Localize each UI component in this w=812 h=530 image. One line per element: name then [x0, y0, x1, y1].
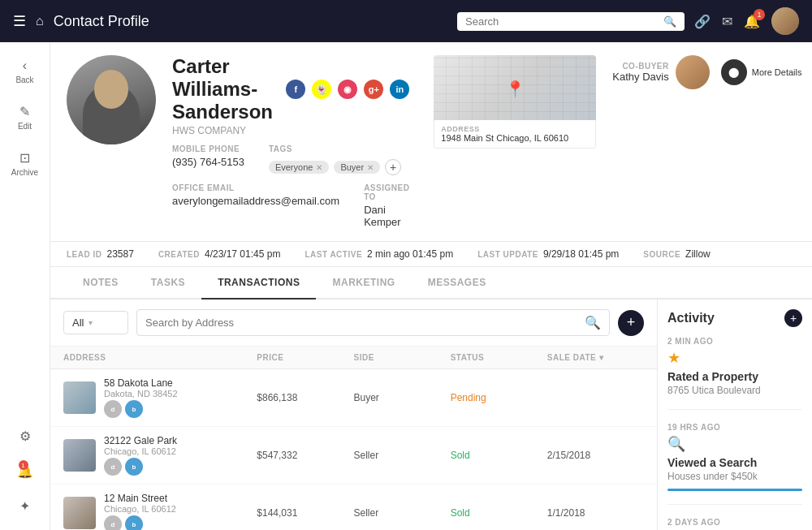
table-row[interactable]: 32122 Gale Park Chicago, IL 60612 d b $5…: [50, 427, 657, 485]
user-avatar[interactable]: [771, 7, 799, 35]
link-icon[interactable]: 🔗: [694, 14, 710, 29]
property-cell: 58 Dakota Lane Dakota, ND 38452 d b: [63, 377, 257, 418]
map-address-box: ADDRESS 1948 Main St Chicago, IL 60610: [434, 120, 596, 149]
tag-buyer-remove[interactable]: ✕: [367, 163, 374, 172]
sidebar-item-edit[interactable]: ✎ Edit: [0, 97, 50, 137]
search-bar[interactable]: 🔍: [457, 12, 685, 31]
tab-marketing[interactable]: MARKETING: [316, 267, 411, 299]
assigned-to-value: Dani Kemper: [364, 204, 409, 228]
property-status: Pending: [451, 392, 547, 403]
lead-id-item: LEAD ID 23587: [67, 248, 134, 260]
table-row[interactable]: 58 Dakota Lane Dakota, ND 38452 d b $866…: [50, 369, 657, 427]
address-search[interactable]: 🔍: [136, 309, 610, 336]
col-price: PRICE: [257, 353, 353, 362]
map-section: 📍 ADDRESS 1948 Main St Chicago, IL 60610: [434, 55, 596, 149]
activity-time: 2 DAYS AGO: [667, 518, 802, 527]
col-status: STATUS: [451, 353, 547, 362]
blue-badge: b: [125, 458, 143, 476]
activity-item: 2 DAYS AGO 💾 Saved a Search: [667, 518, 802, 530]
created-item: CREATED 4/23/17 01:45 pm: [158, 248, 281, 260]
profile-name: Carter Williams-Sanderson: [172, 55, 276, 123]
last-active-label: LAST ACTIVE: [304, 250, 362, 259]
source-label: SOURCE: [643, 250, 680, 259]
tag-everyone-remove[interactable]: ✕: [316, 163, 322, 172]
email-label: OFFICE EMAIL: [172, 183, 339, 192]
linkedin-icon[interactable]: in: [390, 80, 409, 99]
bell-icon[interactable]: 🔔 1: [744, 14, 760, 29]
sidebar-item-settings[interactable]: ⚙: [14, 422, 37, 450]
col-address: ADDRESS: [63, 353, 257, 362]
property-status: Sold: [451, 507, 547, 519]
activity-panel: Activity + 2 MIN AGO ★ Rated a Property …: [658, 299, 812, 530]
tag-buyer-label: Buyer: [340, 162, 364, 172]
add-transaction-button[interactable]: +: [618, 310, 644, 336]
archive-icon: ⊡: [19, 150, 30, 166]
table-body: 58 Dakota Lane Dakota, ND 38452 d b $866…: [50, 369, 657, 530]
tab-messages[interactable]: MESSAGES: [412, 267, 503, 299]
map-address-label: ADDRESS: [441, 125, 589, 133]
property-city: Chicago, IL 60612: [104, 504, 176, 514]
lead-id-label: LEAD ID: [67, 250, 102, 259]
sidebar-item-extra[interactable]: ✦: [14, 492, 37, 520]
lead-info-bar: LEAD ID 23587 CREATED 4/23/17 01:45 pm L…: [50, 242, 812, 267]
map-thumbnail[interactable]: 📍: [434, 55, 596, 120]
activity-add-button[interactable]: +: [784, 309, 802, 327]
property-details: 58 Dakota Lane Dakota, ND 38452 d b: [104, 377, 178, 418]
last-active-item: LAST ACTIVE 2 min ago 01:45 pm: [304, 248, 453, 260]
assigned-to-field: ASSIGNED TO Dani Kemper: [364, 183, 409, 228]
googleplus-icon[interactable]: g+: [364, 80, 383, 99]
sidebar-item-label: Archive: [11, 168, 38, 177]
tags-label: TAGS: [269, 144, 401, 153]
tab-notes[interactable]: NOTES: [67, 267, 135, 299]
property-city: Chicago, IL 60612: [104, 446, 177, 456]
property-price: $547,332: [257, 450, 353, 461]
snapchat-icon[interactable]: 👻: [312, 80, 331, 99]
chevron-down-icon: ▾: [89, 318, 93, 327]
mobile-phone-value: (935) 764-5153: [172, 156, 244, 168]
facebook-icon[interactable]: f: [286, 80, 305, 99]
instagram-icon[interactable]: ◉: [338, 80, 357, 99]
search-icon: 🔍: [585, 315, 601, 330]
activity-event-desc: Houses under $450k: [667, 471, 802, 482]
transactions-area: All ▾ 🔍 + ADDRESS PRICE SIDE STATUS SALE: [50, 299, 812, 530]
activity-item: 2 MIN AGO ★ Rated a Property 8765 Utica …: [667, 337, 802, 410]
tabs-row: NOTES TASKS TRANSACTIONS MARKETING MESSA…: [50, 267, 812, 299]
tab-transactions[interactable]: TRANSACTIONS: [201, 267, 316, 299]
sidebar-item-archive[interactable]: ⊡ Archive: [0, 144, 50, 183]
cobuyer-info: CO-BUYER Kathy Davis: [612, 62, 668, 83]
more-details-button[interactable]: ⬤: [721, 59, 747, 85]
lead-id-value: 23587: [107, 248, 134, 260]
assigned-to-label: ASSIGNED TO: [364, 183, 409, 201]
last-update-label: LAST UPDATE: [477, 250, 538, 259]
edit-icon: ✎: [19, 104, 30, 119]
property-status: Sold: [451, 450, 547, 461]
home-icon[interactable]: ⌂: [36, 14, 44, 28]
address-search-input[interactable]: [145, 317, 580, 329]
mail-icon[interactable]: ✉: [722, 14, 732, 29]
property-address: 58 Dakota Lane: [104, 377, 178, 389]
property-price: $144,031: [257, 507, 353, 519]
property-address: 32122 Gale Park: [104, 435, 177, 446]
tag-everyone: Everyone ✕: [269, 161, 329, 174]
dot-badge: d: [104, 400, 122, 418]
cobuyer-label: CO-BUYER: [622, 62, 668, 71]
email-field: OFFICE EMAIL averylongemailaddress@email…: [172, 183, 339, 228]
content-area: Carter Williams-Sanderson f 👻 ◉ g+ in HW…: [50, 42, 812, 530]
cobuyer-avatar[interactable]: [676, 55, 710, 89]
search-input[interactable]: [465, 15, 663, 28]
menu-icon[interactable]: ☰: [13, 12, 26, 30]
sidebar-bottom: ⚙ 🔔 1 ✦: [14, 422, 37, 520]
sidebar-item-notifications[interactable]: 🔔 1: [14, 457, 37, 485]
blue-badge: b: [125, 400, 143, 418]
tab-tasks[interactable]: TASKS: [135, 267, 201, 299]
sidebar-item-back[interactable]: ‹ Back: [0, 52, 50, 91]
table-row[interactable]: 12 Main Street Chicago, IL 60612 d b $14…: [50, 485, 657, 530]
table-header: ADDRESS PRICE SIDE STATUS SALE DATE ▾: [50, 347, 657, 369]
social-icons: f 👻 ◉ g+ in: [286, 80, 409, 99]
profile-info: Carter Williams-Sanderson f 👻 ◉ g+ in HW…: [172, 55, 409, 228]
mobile-phone-label: MOBILE PHONE: [172, 144, 244, 153]
tag-add-button[interactable]: +: [385, 159, 401, 175]
more-details-label[interactable]: More Details: [752, 67, 802, 77]
filter-select[interactable]: All ▾: [63, 311, 128, 334]
property-city: Dakota, ND 38452: [104, 389, 178, 399]
